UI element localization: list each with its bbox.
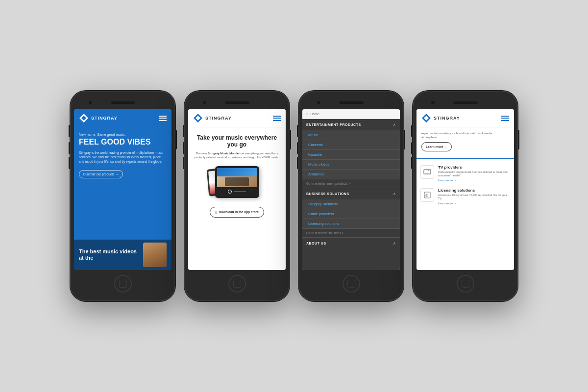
phone-4-header: STINGRAY — [416, 109, 514, 127]
phone-2: STINGRAY Take your music everywhere you … — [184, 91, 290, 301]
logo-text-2: STINGRAY — [205, 116, 232, 121]
licensing-solutions-item: Licensing solutions Access our library o… — [420, 185, 510, 208]
phone-3-top — [302, 98, 400, 107]
services-list: TV providers Professionally programmed c… — [416, 159, 514, 270]
about-section-title: ABOUT US — [306, 242, 326, 245]
music-note-icon — [424, 192, 431, 198]
phone-1-speaker — [111, 101, 135, 104]
phone-3: ⌂ Home ENTERTAINMENT PRODUCTS ∧ Music Co… — [298, 91, 404, 301]
business-section-title: BUSINESS SOLUTIONS — [306, 192, 349, 196]
licensing-learn-more[interactable]: Learn more → — [438, 202, 510, 205]
go-entertainment-link[interactable]: Go to entertainment products > — [302, 179, 400, 188]
menu-item-music[interactable]: Music — [302, 130, 400, 140]
nav-menu: ENTERTAINMENT PRODUCTS ∧ Music Concerts … — [302, 119, 400, 270]
phone-2-hero: Take your music everywhere you go The ne… — [188, 127, 286, 221]
phone-4-top — [416, 98, 514, 107]
home-link[interactable]: Home — [310, 112, 319, 116]
tv-providers-title: TV providers — [438, 165, 510, 170]
licensing-desc: Access our library of over 16,700 re-rec… — [438, 194, 510, 200]
business-section-header[interactable]: BUSINESS SOLUTIONS ∧ — [302, 188, 400, 199]
about-chevron: ∧ — [393, 241, 396, 245]
phone-2-screen: STINGRAY Take your music everywhere you … — [188, 109, 286, 270]
phone-2-header: STINGRAY — [188, 109, 286, 127]
phone-3-home-btn[interactable] — [343, 275, 360, 293]
phone-4-camera — [431, 101, 435, 104]
s4-hero-content: expertise to translate your brand into a… — [421, 131, 509, 140]
phone-4-speaker — [453, 101, 478, 104]
stingray-logo-icon-2 — [193, 113, 203, 123]
logo-text-4: STINGRAY — [434, 116, 460, 121]
phone-1-screen: STINGRAY New name. Same great music. FEE… — [74, 109, 172, 270]
hamburger-icon-2[interactable] — [273, 116, 281, 121]
s2-title: Take your music everywhere you go — [193, 134, 281, 148]
phone-1-home-btn[interactable] — [114, 275, 132, 293]
phone-1-home-inner — [119, 280, 127, 288]
phone-4-home-inner — [462, 280, 469, 288]
tv-providers-icon — [420, 165, 434, 179]
menu-item-cable-providers[interactable]: Cable providers — [302, 209, 400, 219]
tagline-big-1: FEEL GOOD VIBES — [79, 138, 167, 147]
tv-icon — [423, 169, 431, 175]
entertainment-menu-items: Music Concerts Karaoke Music videos Ambi… — [302, 130, 400, 179]
phone-1-top — [74, 98, 172, 107]
svg-point-8 — [428, 170, 429, 171]
learn-more-hero-btn[interactable]: Learn more → — [421, 142, 452, 151]
phones-container: STINGRAY New name. Same great music. FEE… — [60, 71, 528, 321]
device-illustration — [208, 164, 267, 203]
tv-providers-content: TV providers Professionally programmed c… — [438, 165, 510, 182]
phone-1: STINGRAY New name. Same great music. FEE… — [70, 91, 175, 301]
tablet-device — [215, 166, 259, 198]
hamburger-icon-4[interactable] — [501, 116, 509, 121]
menu-item-stingray-business[interactable]: Stingray Business — [302, 199, 400, 209]
menu-item-music-videos[interactable]: Music videos — [302, 160, 400, 170]
tagline-small-1: New name. Same great music. — [79, 133, 167, 136]
phone-4-screen: STINGRAY expertise to translate your bra… — [416, 109, 514, 270]
s2-body: The new Stingray Music Mobile has everyt… — [193, 151, 281, 160]
tablet-screen — [217, 168, 257, 196]
phone-1-header: STINGRAY — [74, 109, 172, 127]
person-image-1 — [143, 243, 167, 267]
menu-item-ambiance[interactable]: Ambiance — [302, 170, 400, 179]
stingray-logo-1: STINGRAY — [79, 113, 118, 123]
phone-2-camera — [203, 101, 206, 104]
tv-providers-item: TV providers Professionally programmed c… — [420, 162, 510, 185]
stingray-logo-4: STINGRAY — [421, 113, 460, 123]
s2-body-prefix: The new — [196, 152, 208, 155]
hero-body-1: Stingray is the world-leading provider o… — [79, 150, 167, 164]
menu-item-concerts[interactable]: Concerts — [302, 140, 400, 150]
svg-point-9 — [430, 170, 430, 171]
business-menu-items: Stingray Business Cable providers Licens… — [302, 199, 400, 229]
hamburger-icon-1[interactable] — [159, 116, 167, 121]
about-section-header[interactable]: ABOUT US ∧ — [302, 238, 400, 249]
svg-rect-6 — [424, 170, 431, 174]
phone-1-camera — [89, 101, 92, 104]
entertainment-section-header[interactable]: ENTERTAINMENT PRODUCTS ∧ — [302, 119, 400, 130]
stingray-logo-icon-4 — [421, 113, 431, 123]
s2-body-bold: Stingray Music Mobile — [208, 152, 239, 155]
phone-4: STINGRAY expertise to translate your bra… — [413, 91, 518, 301]
phone-3-camera — [317, 101, 320, 104]
menu-item-karaoke[interactable]: Karaoke — [302, 150, 400, 160]
phone-2-speaker — [225, 101, 249, 104]
discover-products-btn[interactable]: Discover our products → — [79, 170, 123, 178]
tv-providers-desc: Professionally programmed channels tailo… — [438, 171, 510, 177]
tv-providers-learn-more[interactable]: Learn more → — [438, 179, 510, 182]
discover-products-label: Discover our products → — [83, 172, 119, 176]
phone-4-home-btn[interactable] — [457, 275, 474, 293]
bottom-title-1: The best music videos at the — [79, 248, 138, 261]
phone-2-home-inner — [233, 280, 241, 288]
entertainment-chevron: ∧ — [393, 122, 396, 127]
business-chevron: ∧ — [393, 192, 396, 196]
s4-hero-text: expertise to translate your brand into a… — [416, 127, 514, 159]
phone-1-hero: New name. Same great music. FEEL GOOD VI… — [74, 127, 172, 240]
phone-3-screen: ⌂ Home ENTERTAINMENT PRODUCTS ∧ Music Co… — [302, 109, 400, 270]
phone-1-bottom: The best music videos at the — [74, 240, 172, 270]
phone-3-home-inner — [347, 280, 355, 288]
home-icon: ⌂ — [306, 112, 308, 116]
go-business-link[interactable]: Go to business solutions > — [302, 229, 400, 237]
licensing-icon — [420, 188, 434, 202]
menu-item-licensing[interactable]: Licensing solutions — [302, 219, 400, 229]
breadcrumb-nav: ⌂ Home — [302, 109, 400, 119]
phone-2-home-btn[interactable] — [228, 275, 246, 293]
download-app-btn[interactable]:  Download in the app store — [210, 207, 264, 218]
